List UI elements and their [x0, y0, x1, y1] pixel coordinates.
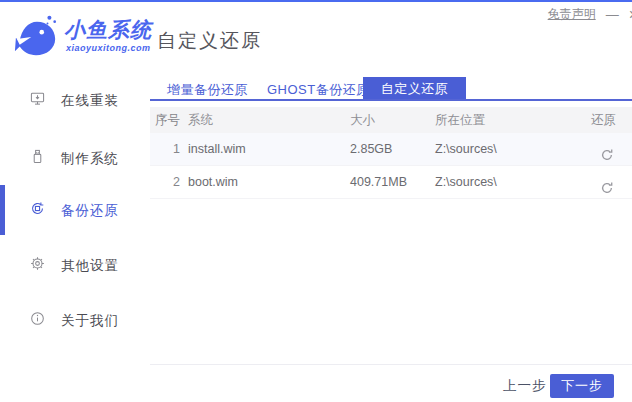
info-icon — [30, 311, 45, 330]
sidebar-item-make-system[interactable]: 制作系统 — [30, 149, 119, 168]
column-header-location: 所在位置 — [435, 107, 485, 133]
page-title: 自定义还原 — [157, 28, 262, 54]
sidebar-active-indicator — [0, 185, 5, 235]
previous-step-button[interactable]: 上一步 — [503, 377, 547, 395]
close-button[interactable]: × — [629, 8, 632, 22]
fish-logo-icon — [13, 13, 59, 63]
sidebar-item-online-reinstall[interactable]: 在线重装 — [30, 91, 119, 110]
next-step-button[interactable]: 下一步 — [550, 374, 614, 398]
table-row[interactable]: 2 boot.wim 409.71MB Z:\sources\ — [150, 166, 632, 199]
tab-custom-restore[interactable]: 自定义还原 — [363, 77, 466, 100]
cell-size: 409.71MB — [350, 166, 407, 198]
tab-ghost-backup-restore[interactable]: GHOST备份还原 — [267, 81, 370, 99]
sidebar-item-label: 关于我们 — [61, 312, 119, 330]
restore-refresh-icon[interactable] — [600, 175, 614, 189]
footer-divider — [150, 364, 632, 365]
cell-location: Z:\sources\ — [435, 133, 497, 165]
disclaimer-link[interactable]: 免责声明 — [548, 6, 596, 23]
cell-system: install.wim — [188, 133, 246, 165]
table-row[interactable]: 1 install.wim 2.85GB Z:\sources\ — [150, 133, 632, 166]
cell-system: boot.wim — [188, 166, 238, 198]
table-header-row: 序号 系统 大小 所在位置 还原 — [150, 107, 632, 133]
column-header-size: 大小 — [350, 107, 375, 133]
cell-location: Z:\sources\ — [435, 166, 497, 198]
restore-refresh-icon[interactable] — [600, 142, 614, 156]
minimize-button[interactable]: — — [606, 8, 619, 22]
usb-drive-icon — [30, 149, 45, 168]
sidebar-item-backup-restore[interactable]: 备份还原 — [30, 201, 119, 220]
tab-underline — [150, 99, 632, 101]
titlebar-controls: 免责声明 — × — [548, 6, 632, 23]
tab-incremental-backup-restore[interactable]: 增量备份还原 — [167, 81, 248, 99]
cell-index: 1 — [152, 133, 180, 165]
cell-size: 2.85GB — [350, 133, 392, 165]
sidebar-item-label: 其他设置 — [61, 257, 119, 275]
sidebar-item-label: 在线重装 — [61, 92, 119, 110]
sidebar-item-label: 制作系统 — [61, 150, 119, 168]
cell-index: 2 — [152, 166, 180, 198]
brand-name: 小鱼系统 — [64, 16, 152, 44]
column-header-system: 系统 — [188, 107, 213, 133]
column-header-restore: 还原 — [591, 107, 616, 133]
backup-restore-icon — [30, 201, 45, 220]
column-header-index: 序号 — [152, 107, 180, 133]
sidebar-item-other-settings[interactable]: 其他设置 — [30, 256, 119, 275]
sidebar-item-about-us[interactable]: 关于我们 — [30, 311, 119, 330]
app-window: 免责声明 — × 小鱼系统 xiaoyuxitong.com 自定义还原 在线重… — [0, 0, 632, 402]
sidebar-item-label: 备份还原 — [61, 202, 119, 220]
gear-icon — [30, 256, 45, 275]
brand-domain: xiaoyuxitong.com — [66, 43, 151, 53]
monitor-reinstall-icon — [30, 91, 45, 110]
